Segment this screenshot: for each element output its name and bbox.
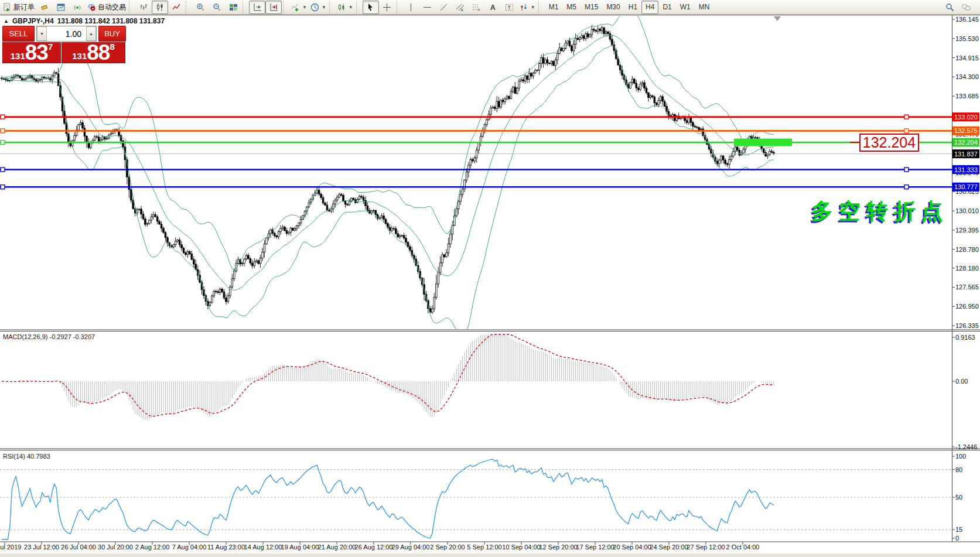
timeframe-d1-button[interactable]: D1 bbox=[658, 1, 675, 14]
auto-trading-button[interactable]: 自动交易 bbox=[86, 1, 128, 14]
svg-text:18 Jul 2019: 18 Jul 2019 bbox=[0, 544, 21, 551]
macd-indicator-label: MACD(12,26,9) -0.2927 -0.3207 bbox=[3, 333, 95, 340]
svg-text:80: 80 bbox=[955, 466, 962, 473]
arrows-button[interactable]: ▼ bbox=[518, 1, 537, 14]
quote-panel-collapse-icon[interactable]: ▲ bbox=[4, 18, 9, 24]
svg-text:14 Aug 12:00: 14 Aug 12:00 bbox=[244, 544, 282, 551]
line-chart-type-button[interactable] bbox=[168, 1, 185, 14]
timeframe-h1-button[interactable]: H1 bbox=[624, 1, 641, 14]
tile-windows-button[interactable] bbox=[225, 1, 241, 14]
timeframe-h4-button[interactable]: H4 bbox=[641, 1, 658, 14]
hline-handle[interactable] bbox=[904, 185, 909, 189]
chevron-down-icon[interactable]: ▼ bbox=[322, 5, 326, 10]
time-axis[interactable]: 18 Jul 201923 Jul 12:0026 Jul 04:0030 Ju… bbox=[0, 542, 759, 551]
hline-handle[interactable] bbox=[1, 141, 5, 145]
svg-text:7 Aug 04:00: 7 Aug 04:00 bbox=[172, 544, 207, 551]
chat-button[interactable] bbox=[958, 1, 974, 14]
fibonacci-icon: F bbox=[472, 3, 481, 12]
bars-icon bbox=[139, 3, 148, 12]
new-order-button[interactable]: 新订单 bbox=[1, 1, 36, 14]
sell-price[interactable]: 131837 bbox=[2, 42, 61, 63]
hline-handle[interactable] bbox=[904, 168, 909, 172]
buy-price-sup: 8 bbox=[110, 43, 114, 51]
svg-text:50: 50 bbox=[955, 494, 962, 501]
svg-text:128.180: 128.180 bbox=[955, 265, 979, 272]
candlestick-type-button[interactable] bbox=[152, 1, 168, 14]
zoom-out-button[interactable] bbox=[209, 1, 225, 14]
svg-text:A: A bbox=[490, 4, 496, 12]
chart-shift-icon bbox=[269, 3, 278, 12]
hline-handle[interactable] bbox=[904, 115, 909, 119]
svg-text:21 Aug 20:00: 21 Aug 20:00 bbox=[318, 544, 356, 551]
svg-text:131.333: 131.333 bbox=[954, 166, 978, 173]
chart-canvas[interactable]: 136.145135.530134.915134.300133.685132.4… bbox=[0, 0, 980, 557]
one-click-trading-panel: SELL ▼ ▲ BUY 131837 131888 bbox=[2, 26, 126, 63]
text-button[interactable]: A bbox=[485, 1, 501, 14]
search-button[interactable] bbox=[941, 1, 958, 14]
volume-box: ▼ ▲ bbox=[36, 26, 97, 42]
eraser-icon bbox=[40, 3, 49, 12]
svg-text:0.9163: 0.9163 bbox=[955, 334, 975, 341]
cursor-button[interactable] bbox=[363, 1, 379, 14]
toolbar-separator bbox=[329, 1, 334, 13]
svg-text:131.837: 131.837 bbox=[954, 151, 978, 158]
indicator-windows-button[interactable]: ▼ bbox=[336, 1, 355, 14]
sell-button[interactable]: SELL bbox=[2, 26, 35, 42]
svg-text:26 Jul 04:00: 26 Jul 04:00 bbox=[61, 544, 96, 551]
chart-annotation-text[interactable]: 多空转折点 bbox=[811, 197, 949, 226]
hline-handle[interactable] bbox=[1, 185, 5, 189]
hline-handle[interactable] bbox=[1, 115, 5, 119]
timeframe-w1-button[interactable]: W1 bbox=[676, 1, 695, 14]
svg-text:135.530: 135.530 bbox=[955, 35, 979, 42]
auto-scroll-button[interactable] bbox=[249, 1, 265, 14]
vertical-line-button[interactable] bbox=[403, 1, 419, 14]
text-icon: A bbox=[489, 3, 497, 12]
bar-chart-type-button[interactable] bbox=[135, 1, 152, 14]
chevron-down-icon[interactable]: ▼ bbox=[302, 5, 307, 10]
text-label-button[interactable]: T bbox=[501, 1, 518, 14]
toolbar-separator bbox=[283, 1, 288, 13]
volume-input[interactable] bbox=[47, 26, 86, 41]
fibonacci-button[interactable]: F bbox=[469, 1, 485, 14]
mini-chart-icon bbox=[337, 3, 346, 12]
timeframe-m30-button[interactable]: M30 bbox=[602, 1, 624, 14]
highlight-zone[interactable] bbox=[734, 139, 792, 146]
timeframe-mn-button[interactable]: MN bbox=[695, 1, 714, 14]
periods-button[interactable]: ▼ bbox=[309, 1, 328, 14]
eraser-button[interactable] bbox=[36, 1, 53, 14]
sell-price-prefix: 131 bbox=[11, 50, 25, 62]
buy-button[interactable]: BUY bbox=[98, 26, 126, 42]
price-callout-object[interactable]: 132.204 bbox=[859, 134, 919, 152]
svg-text:0: 0 bbox=[955, 535, 959, 542]
chart-window-button[interactable] bbox=[53, 1, 69, 14]
chevron-down-icon[interactable]: ▼ bbox=[531, 5, 535, 10]
axis-label-132.575: 132.575 bbox=[952, 127, 979, 135]
svg-text:11 Aug 23:00: 11 Aug 23:00 bbox=[207, 544, 245, 551]
new-order-button-label: 新订单 bbox=[13, 2, 35, 12]
volume-decrease-button[interactable]: ▼ bbox=[37, 26, 47, 41]
timeframe-m1-button[interactable]: M1 bbox=[545, 1, 563, 14]
timeframe-m5-button[interactable]: M5 bbox=[562, 1, 581, 14]
axis-label-130.777: 130.777 bbox=[952, 183, 979, 192]
chevron-down-icon[interactable]: ▼ bbox=[349, 5, 353, 10]
svg-text:130.777: 130.777 bbox=[954, 183, 978, 190]
equidistant-channel-button[interactable]: E bbox=[452, 1, 469, 14]
svg-text:26 Aug 12:00: 26 Aug 12:00 bbox=[355, 544, 393, 551]
crosshair-button[interactable] bbox=[379, 1, 395, 14]
svg-text:134.300: 134.300 bbox=[955, 73, 979, 80]
svg-text:133.685: 133.685 bbox=[955, 93, 979, 100]
hline-handle[interactable] bbox=[904, 129, 909, 133]
volume-increase-button[interactable]: ▲ bbox=[86, 26, 96, 41]
hline-handle[interactable] bbox=[1, 168, 5, 172]
signal-button[interactable] bbox=[69, 1, 86, 14]
trendline-button[interactable] bbox=[436, 1, 452, 14]
chart-shift-button[interactable] bbox=[265, 1, 282, 14]
svg-text:20 Sep 04:00: 20 Sep 04:00 bbox=[613, 544, 651, 551]
zoom-in-button[interactable] bbox=[192, 1, 209, 14]
indicators-button[interactable]: ▼ bbox=[289, 1, 309, 14]
timeframe-m15-button[interactable]: M15 bbox=[581, 1, 602, 14]
cursor-icon bbox=[366, 3, 375, 12]
hline-handle[interactable] bbox=[1, 129, 5, 133]
horizontal-line-button[interactable] bbox=[419, 1, 436, 14]
buy-price[interactable]: 131888 bbox=[62, 42, 125, 63]
